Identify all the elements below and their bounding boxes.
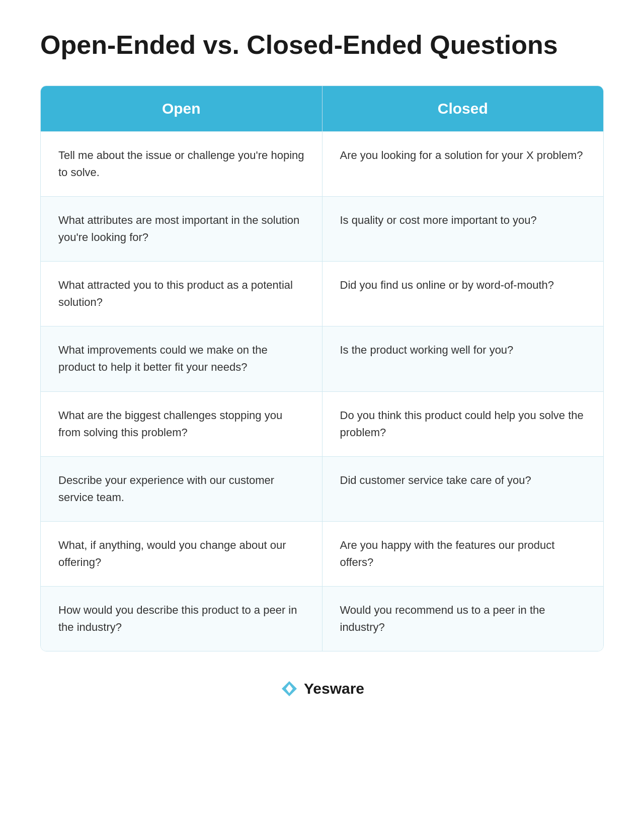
table-row: Tell me about the issue or challenge you… <box>41 131 603 196</box>
closed-cell: Did you find us online or by word-of-mou… <box>323 262 604 326</box>
yesware-icon <box>280 679 299 698</box>
table-row: How would you describe this product to a… <box>41 586 603 651</box>
closed-cell: Would you recommend us to a peer in the … <box>323 587 604 651</box>
brand-logo: Yesware <box>280 679 364 698</box>
page-container: Open-Ended vs. Closed-Ended Questions Op… <box>40 30 604 698</box>
open-column-header: Open <box>41 86 323 131</box>
open-cell: What improvements could we make on the p… <box>41 326 323 391</box>
closed-cell: Are you looking for a solution for your … <box>323 132 604 196</box>
open-cell: What attributes are most important in th… <box>41 197 323 261</box>
comparison-table: Open Closed Tell me about the issue or c… <box>40 86 604 652</box>
closed-cell: Is the product working well for you? <box>323 326 604 391</box>
page-title: Open-Ended vs. Closed-Ended Questions <box>40 30 604 60</box>
table-row: What improvements could we make on the p… <box>41 326 603 391</box>
open-cell: What attracted you to this product as a … <box>41 262 323 326</box>
closed-cell: Did customer service take care of you? <box>323 457 604 521</box>
closed-cell: Do you think this product could help you… <box>323 392 604 456</box>
table-row: What are the biggest challenges stopping… <box>41 391 603 456</box>
open-cell: Describe your experience with our custom… <box>41 457 323 521</box>
open-cell: What, if anything, would you change abou… <box>41 522 323 586</box>
open-cell: What are the biggest challenges stopping… <box>41 392 323 456</box>
table-row: What attributes are most important in th… <box>41 196 603 261</box>
table-header-row: Open Closed <box>41 86 603 131</box>
open-cell: How would you describe this product to a… <box>41 587 323 651</box>
closed-cell: Are you happy with the features our prod… <box>323 522 604 586</box>
brand-footer: Yesware <box>40 679 604 698</box>
open-cell: Tell me about the issue or challenge you… <box>41 132 323 196</box>
table-row: Describe your experience with our custom… <box>41 456 603 521</box>
table-row: What attracted you to this product as a … <box>41 261 603 326</box>
table-row: What, if anything, would you change abou… <box>41 521 603 586</box>
table-body: Tell me about the issue or challenge you… <box>41 131 603 651</box>
closed-cell: Is quality or cost more important to you… <box>323 197 604 261</box>
brand-name: Yesware <box>304 680 364 697</box>
closed-column-header: Closed <box>323 86 604 131</box>
